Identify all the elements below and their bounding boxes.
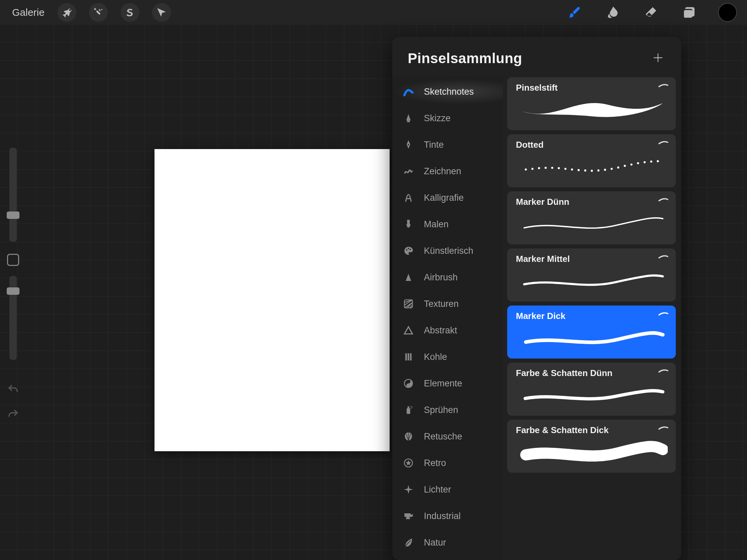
- category-item-sketchnotes[interactable]: Sketchnotes: [392, 79, 503, 104]
- brush-card-marker-mittel[interactable]: Marker Mittel: [507, 248, 676, 301]
- selection-s-icon[interactable]: [121, 3, 139, 22]
- brush-swipe-icon: [658, 312, 668, 318]
- leaf-icon: [403, 536, 414, 549]
- opacity-thumb[interactable]: [7, 287, 20, 295]
- category-label: Texturen: [424, 299, 459, 309]
- brush-swipe-icon: [658, 197, 668, 204]
- brush-swipe-icon: [658, 255, 668, 261]
- brush-name: Marker Dick: [516, 311, 668, 321]
- layers-icon[interactable]: [680, 3, 699, 22]
- shell-icon: [403, 430, 414, 443]
- brush-tool-icon[interactable]: [565, 3, 584, 22]
- top-toolbar: Galerie: [0, 0, 747, 25]
- actions-wrench-icon[interactable]: [57, 3, 76, 22]
- top-left-group: Galerie: [12, 3, 171, 22]
- brush-preview: [516, 207, 668, 237]
- category-item-tinte[interactable]: Tinte: [392, 132, 503, 157]
- brush-library-panel: Pinselsammlung SketchnotesSkizzeTinteZei…: [392, 37, 681, 560]
- opacity-slider[interactable]: [9, 276, 17, 360]
- brush-list: PinselstiftDottedMarker DünnMarker Mitte…: [503, 77, 681, 559]
- category-label: Zeichnen: [424, 166, 461, 177]
- category-label: Tinte: [424, 140, 444, 150]
- category-item-skizze[interactable]: Skizze: [392, 105, 503, 131]
- fountain-pen-icon: [403, 139, 414, 151]
- gallery-button[interactable]: Galerie: [12, 7, 45, 18]
- brush-card-farbe-schatten-dick[interactable]: Farbe & Schatten Dick: [507, 420, 676, 473]
- brush-preview: [516, 378, 668, 408]
- brush-name: Farbe & Schatten Dick: [516, 425, 668, 435]
- canvas[interactable]: [155, 149, 390, 451]
- brush-swipe-icon: [658, 426, 668, 432]
- panel-title: Pinselsammlung: [408, 50, 522, 66]
- adjustments-wand-icon[interactable]: [89, 3, 108, 22]
- category-item-retro[interactable]: Retro: [392, 450, 503, 476]
- category-item-natur[interactable]: Natur: [392, 530, 503, 555]
- redo-icon[interactable]: [7, 408, 19, 422]
- spray-can-icon: [403, 404, 414, 416]
- hatch-icon: [403, 298, 414, 310]
- category-item-malen[interactable]: Malen: [392, 212, 503, 237]
- brush-name: Farbe & Schatten Dünn: [516, 368, 668, 378]
- sparkle-icon: [403, 483, 414, 496]
- add-brush-icon[interactable]: [652, 51, 664, 65]
- category-label: Skizze: [424, 113, 451, 124]
- top-right-group: [565, 3, 737, 22]
- category-item-kalligrafie[interactable]: Kalligrafie: [392, 185, 503, 211]
- brush-swipe-icon: [658, 83, 668, 89]
- eraser-tool-icon[interactable]: [642, 3, 660, 22]
- brush-name: Dotted: [516, 140, 668, 150]
- category-label: Airbrush: [424, 272, 458, 283]
- brush-preview: [516, 435, 668, 466]
- smudge-tool-icon[interactable]: [603, 3, 622, 22]
- brush-card-farbe-schatten-duenn[interactable]: Farbe & Schatten Dünn: [507, 363, 676, 416]
- category-label: Sprühen: [424, 405, 458, 415]
- category-label: Sketchnotes: [424, 87, 474, 97]
- category-item-airbrush[interactable]: Airbrush: [392, 265, 503, 290]
- palette-icon: [403, 245, 414, 257]
- category-label: Malen: [424, 219, 449, 230]
- brush-preview: [516, 264, 668, 294]
- brush-card-dotted[interactable]: Dotted: [507, 134, 676, 187]
- current-color-swatch[interactable]: [718, 3, 737, 22]
- category-item-kohle[interactable]: Kohle: [392, 344, 503, 370]
- category-label: Natur: [424, 537, 446, 548]
- brush-card-marker-dick[interactable]: Marker Dick: [507, 305, 676, 358]
- brush-preview: [516, 150, 668, 180]
- category-label: Elemente: [424, 378, 462, 389]
- category-item-abstrakt[interactable]: Abstrakt: [392, 318, 503, 343]
- category-item-texturen[interactable]: Texturen: [392, 291, 503, 317]
- yin-yang-icon: [403, 377, 414, 390]
- brush-category-list: SketchnotesSkizzeTinteZeichnenKalligrafi…: [392, 77, 503, 559]
- category-item-industrial[interactable]: Industrial: [392, 503, 503, 529]
- paint-brush-icon: [403, 218, 414, 230]
- category-label: Retusche: [424, 431, 462, 442]
- spray-cone-icon: [403, 271, 414, 283]
- scribble-icon: [403, 165, 414, 177]
- brush-card-pinselstift[interactable]: Pinselstift: [507, 77, 676, 130]
- category-label: Industrial: [424, 511, 461, 522]
- brush-swipe-icon: [658, 140, 668, 146]
- undo-redo-group: [7, 383, 19, 422]
- category-label: Lichter: [424, 484, 451, 495]
- triangle-icon: [403, 324, 414, 337]
- modify-button[interactable]: [7, 254, 19, 266]
- category-item-spruehen[interactable]: Sprühen: [392, 397, 503, 423]
- category-item-zeichnen[interactable]: Zeichnen: [392, 158, 503, 184]
- bars-icon: [403, 351, 414, 363]
- brush-size-slider[interactable]: [9, 148, 17, 242]
- undo-icon[interactable]: [7, 383, 19, 397]
- category-item-elemente[interactable]: Elemente: [392, 371, 503, 396]
- brush-size-thumb[interactable]: [7, 212, 20, 219]
- category-item-kuenstlerisch[interactable]: Künstlerisch: [392, 238, 503, 264]
- anvil-icon: [403, 510, 414, 522]
- category-label: Retro: [424, 458, 446, 468]
- category-item-lichter[interactable]: Lichter: [392, 477, 503, 502]
- brush-name: Pinselstift: [516, 83, 668, 93]
- transform-arrow-icon[interactable]: [152, 3, 171, 22]
- brush-name: Marker Dünn: [516, 197, 668, 207]
- calligraphy-a-icon: [403, 192, 414, 204]
- brush-card-marker-duenn[interactable]: Marker Dünn: [507, 191, 676, 244]
- category-item-retusche[interactable]: Retusche: [392, 424, 503, 449]
- brush-name: Marker Mittel: [516, 254, 668, 264]
- category-label: Kalligrafie: [424, 193, 464, 203]
